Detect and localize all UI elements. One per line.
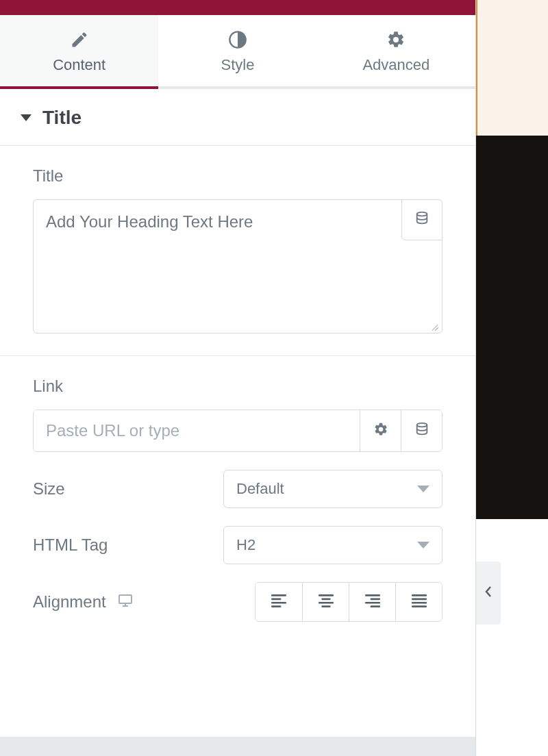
- editor-panel: Content Style Advanced Title Title: [0, 0, 476, 756]
- link-input[interactable]: [34, 410, 360, 451]
- html-tag-select[interactable]: H2: [223, 526, 443, 564]
- field-group-title: Title: [0, 146, 475, 333]
- row-alignment: Alignment: [0, 564, 475, 622]
- canvas-preview: [476, 0, 548, 756]
- section-title-content: Title Link: [0, 146, 475, 635]
- align-center-icon: [317, 593, 335, 611]
- title-dynamic-button[interactable]: [401, 199, 443, 240]
- link-dynamic-button[interactable]: [401, 410, 442, 451]
- preview-light-region: [476, 519, 548, 756]
- section-header-label: Title: [42, 107, 82, 129]
- link-input-row: [33, 410, 443, 452]
- database-icon: [414, 211, 429, 229]
- row-html-tag: HTML Tag H2: [0, 508, 475, 564]
- row-size: Size Default: [0, 452, 475, 508]
- tab-content-label: Content: [53, 56, 105, 74]
- panel-body: Title Title Link: [0, 89, 475, 737]
- title-label: Title: [33, 166, 443, 186]
- size-select-value: Default: [224, 480, 417, 498]
- align-justify-icon: [410, 593, 428, 611]
- align-center-button[interactable]: [302, 583, 349, 621]
- svg-rect-3: [119, 595, 132, 603]
- align-justify-button[interactable]: [395, 583, 442, 621]
- chevron-down-icon: [417, 542, 429, 549]
- editor-tabs: Content Style Advanced: [0, 15, 475, 89]
- size-select[interactable]: Default: [223, 470, 443, 508]
- chevron-left-icon: [484, 585, 493, 601]
- html-tag-label: HTML Tag: [33, 536, 108, 555]
- tab-style-label: Style: [221, 56, 255, 74]
- gear-icon: [386, 30, 406, 49]
- size-label: Size: [33, 479, 65, 499]
- panel-topbar: [0, 0, 475, 15]
- align-left-button[interactable]: [256, 583, 302, 621]
- tab-content[interactable]: Content: [0, 15, 158, 86]
- desktop-icon[interactable]: [117, 592, 134, 612]
- contrast-icon: [228, 30, 247, 49]
- pencil-icon: [70, 30, 89, 49]
- align-right-icon: [364, 593, 382, 611]
- gear-icon: [373, 422, 388, 440]
- html-tag-select-value: H2: [224, 536, 417, 554]
- caret-down-icon: [21, 114, 32, 121]
- tab-advanced-label: Advanced: [362, 56, 429, 74]
- panel-collapse-toggle[interactable]: [476, 562, 501, 625]
- align-right-button[interactable]: [349, 583, 395, 621]
- tab-advanced[interactable]: Advanced: [317, 15, 475, 86]
- align-left-icon: [270, 593, 288, 611]
- field-group-link: Link: [0, 356, 475, 452]
- svg-point-1: [417, 212, 427, 216]
- section-toggle-title[interactable]: Title: [0, 89, 475, 146]
- tab-style[interactable]: Style: [158, 15, 316, 86]
- preview-top-region: [476, 0, 548, 136]
- database-icon: [414, 422, 429, 440]
- chevron-down-icon: [417, 486, 429, 492]
- panel-footer: [0, 737, 475, 756]
- link-options-button[interactable]: [360, 410, 401, 451]
- title-textarea-wrap: [33, 199, 443, 333]
- preview-dark-region: [476, 136, 548, 519]
- svg-point-2: [416, 423, 427, 427]
- link-label: Link: [33, 377, 443, 396]
- alignment-label: Alignment: [33, 592, 106, 612]
- alignment-buttons: [255, 582, 443, 622]
- title-textarea[interactable]: [34, 200, 442, 330]
